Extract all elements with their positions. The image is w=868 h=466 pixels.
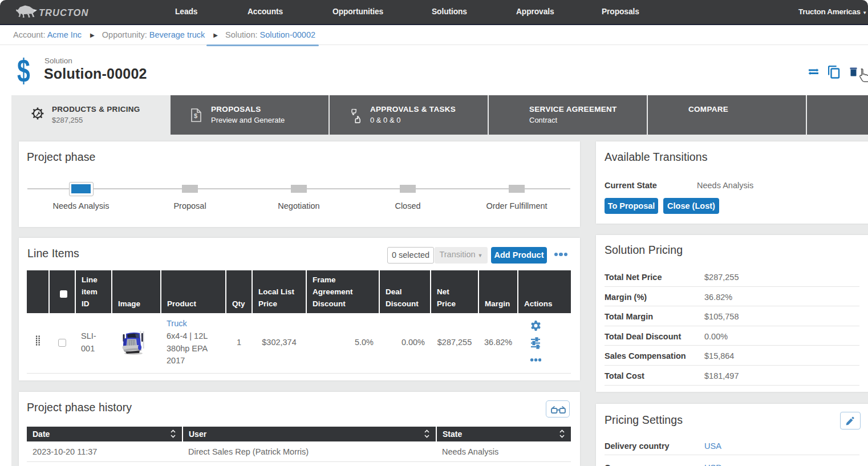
svg-text:$: $ [194, 112, 197, 119]
